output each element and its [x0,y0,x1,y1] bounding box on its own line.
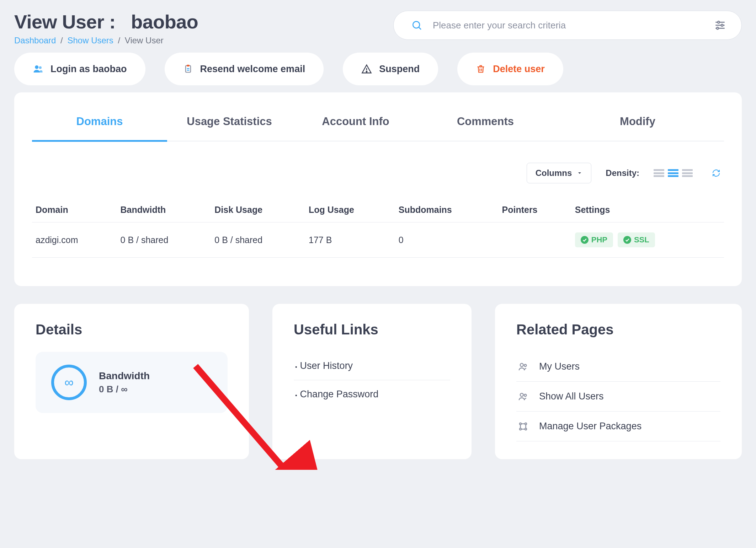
th-settings[interactable]: Settings [571,198,724,222]
svg-point-23 [525,423,527,425]
packages-icon [518,421,530,432]
login-as-button[interactable]: Login as baobao [14,53,145,85]
svg-point-22 [520,423,521,425]
th-log[interactable]: Log Usage [305,198,395,222]
users-icon [33,64,43,74]
svg-point-7 [717,27,719,29]
warning-icon [361,64,372,74]
density-normal[interactable] [668,169,678,177]
tab-bar: Domains Usage Statistics Account Info Co… [32,107,724,141]
related-pages-card: Related Pages My Users Show All Users Ma… [495,304,742,459]
useful-links-card: Useful Links •User History •Change Passw… [272,304,472,459]
clipboard-icon [183,64,193,74]
link-my-users[interactable]: My Users [539,361,580,372]
trash-icon [476,64,486,74]
th-subdomains[interactable]: Subdomains [395,198,499,222]
tab-modify[interactable]: Modify [551,107,724,141]
link-change-password[interactable]: Change Password [300,389,379,399]
density-compact[interactable] [654,169,664,177]
filters-icon[interactable] [714,19,726,31]
tab-usage-statistics[interactable]: Usage Statistics [167,107,292,141]
svg-point-15 [366,71,367,72]
resend-email-label: Resend welcome email [200,64,305,75]
svg-point-24 [520,428,521,430]
svg-point-20 [520,393,523,396]
infinity-icon: ∞ [51,365,87,400]
list-item: •Change Password [294,380,450,408]
domains-table: Domain Bandwidth Disk Usage Log Usage Su… [32,198,724,258]
resend-email-button[interactable]: Resend welcome email [165,53,324,85]
svg-point-5 [721,24,723,26]
breadcrumb: Dashboard / Show Users / View User [14,36,198,45]
svg-point-8 [35,65,38,69]
suspend-button[interactable]: Suspend [343,53,438,85]
details-title: Details [36,322,228,338]
list-item: Show All Users [516,382,720,412]
cell-disk: 0 B / shared [211,222,305,258]
breadcrumb-dashboard[interactable]: Dashboard [14,36,56,45]
caret-down-icon [577,170,582,176]
cell-pointers [498,222,571,258]
svg-point-25 [525,428,527,430]
tab-comments[interactable]: Comments [420,107,551,141]
tab-domains[interactable]: Domains [32,107,167,142]
list-item: My Users [516,352,720,382]
suspend-label: Suspend [379,64,420,75]
breadcrumb-show-users[interactable]: Show Users [67,36,113,45]
check-icon [623,236,631,244]
columns-button[interactable]: Columns [527,163,592,183]
svg-rect-11 [187,65,189,66]
details-card: Details ∞ Bandwidth 0 B / ∞ [14,304,249,459]
search-icon [411,20,422,31]
svg-point-21 [524,394,526,396]
list-item: •User History [294,352,450,380]
tab-account-info[interactable]: Account Info [292,107,420,141]
svg-point-9 [39,66,42,69]
svg-point-3 [718,21,720,23]
refresh-icon[interactable] [712,169,720,177]
svg-point-0 [413,21,420,28]
users-icon [518,361,530,372]
cell-domain[interactable]: azdigi.com [32,222,117,258]
search-input[interactable] [393,11,742,40]
table-row: azdigi.com 0 B / shared 0 B / shared 177… [32,222,724,258]
th-disk[interactable]: Disk Usage [211,198,305,222]
check-icon [581,236,589,244]
login-as-label: Login as baobao [50,64,127,75]
delete-user-label: Delete user [493,64,545,75]
useful-links-title: Useful Links [294,322,450,338]
bandwidth-value: 0 B / ∞ [99,384,150,395]
badge-php[interactable]: PHP [575,232,613,247]
cell-settings: PHP SSL [571,222,724,258]
cell-subdomains: 0 [395,222,499,258]
link-manage-user-packages[interactable]: Manage User Packages [539,421,641,432]
link-show-all-users[interactable]: Show All Users [539,391,604,402]
svg-point-18 [520,363,523,366]
delete-user-button[interactable]: Delete user [457,53,563,85]
density-comfortable[interactable] [682,169,693,177]
svg-point-19 [524,364,526,366]
page-title: View User : baobao [14,11,198,33]
badge-ssl[interactable]: SSL [618,232,655,247]
density-label: Density: [606,168,639,178]
bandwidth-label: Bandwidth [99,370,150,382]
th-bandwidth[interactable]: Bandwidth [117,198,211,222]
th-domain[interactable]: Domain [32,198,117,222]
link-user-history[interactable]: User History [300,360,353,371]
list-item: Manage User Packages [516,412,720,441]
svg-line-1 [419,27,421,29]
breadcrumb-current: View User [125,36,164,45]
domains-panel: Domains Usage Statistics Account Info Co… [14,92,742,286]
th-pointers[interactable]: Pointers [498,198,571,222]
related-pages-title: Related Pages [516,322,720,338]
cell-log: 177 B [305,222,395,258]
users-icon [518,391,530,402]
cell-bandwidth: 0 B / shared [117,222,211,258]
